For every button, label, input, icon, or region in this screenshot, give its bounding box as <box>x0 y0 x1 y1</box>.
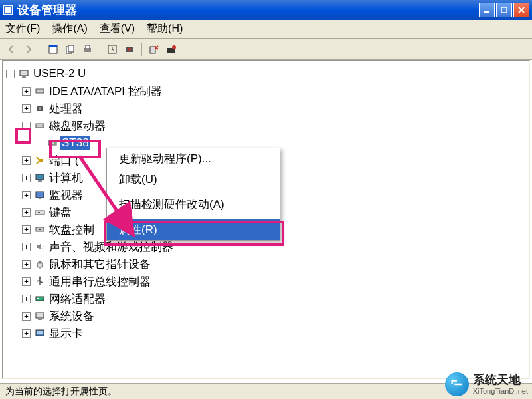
computer-icon <box>35 172 45 183</box>
expand-icon[interactable]: + <box>22 312 31 321</box>
context-menu-properties[interactable]: 属性(R) <box>107 219 280 240</box>
svg-rect-44 <box>37 331 43 334</box>
svg-rect-16 <box>20 70 28 76</box>
tree-item-label: 鼠标和其它指针设备 <box>48 257 152 272</box>
collapse-icon[interactable]: − <box>6 70 15 78</box>
tree-item-cpu[interactable]: + 处理器 <box>6 100 526 117</box>
mouse-icon <box>35 259 45 269</box>
tree-item-label: 计算机 <box>48 170 84 186</box>
watermark-main: 系统天地 <box>473 374 528 387</box>
expand-icon[interactable]: + <box>22 260 31 269</box>
options-button[interactable] <box>63 42 78 57</box>
svg-rect-7 <box>68 45 74 52</box>
svg-rect-27 <box>38 180 42 182</box>
svg-rect-40 <box>37 298 39 299</box>
maximize-button[interactable] <box>496 3 512 17</box>
svg-rect-26 <box>36 174 44 180</box>
svg-rect-9 <box>86 45 90 49</box>
tree-root[interactable]: − USER-2 U <box>6 65 526 82</box>
tree-item-label: 网络适配器 <box>48 291 107 307</box>
expand-icon[interactable]: + <box>22 243 31 251</box>
window-titlebar: 设备管理器 <box>0 0 532 20</box>
svg-rect-3 <box>501 7 507 13</box>
tree-item-ide[interactable]: + IDE ATA/ATAPI 控制器 <box>6 82 526 100</box>
print-button[interactable] <box>80 42 95 57</box>
menu-bar: 文件(F) 操作(A) 查看(V) 帮助(H) <box>0 20 532 39</box>
expand-icon[interactable]: + <box>22 329 31 338</box>
svg-rect-25 <box>40 159 43 162</box>
svg-rect-33 <box>39 212 40 213</box>
tree-item-mouse[interactable]: + 鼠标和其它指针设备 <box>6 255 526 273</box>
menu-file[interactable]: 文件(F) <box>5 22 40 36</box>
svg-rect-17 <box>22 76 26 78</box>
menu-view[interactable]: 查看(V) <box>100 22 135 36</box>
expand-icon[interactable]: + <box>22 156 31 165</box>
tree-item-label: 处理器 <box>48 101 84 116</box>
disk-icon <box>47 138 58 148</box>
context-menu-scan-hardware[interactable]: 扫描检测硬件改动(A) <box>107 194 280 215</box>
scan-button[interactable] <box>122 42 137 57</box>
expand-icon[interactable]: + <box>22 87 31 96</box>
svg-point-15 <box>172 45 176 49</box>
back-button <box>4 42 19 57</box>
svg-rect-42 <box>38 319 42 320</box>
watermark-sub: XiTongTianDi.net <box>473 387 528 395</box>
expand-icon[interactable]: + <box>22 295 31 303</box>
properties-button[interactable] <box>46 42 60 57</box>
minimize-button[interactable] <box>479 3 495 17</box>
svg-rect-32 <box>38 212 39 213</box>
tree-item-label: 键盘 <box>48 205 73 220</box>
context-menu-separator <box>108 192 278 192</box>
tree-item-display[interactable]: + 显示卡 <box>6 325 526 342</box>
tree-item-label: 端口 ( <box>48 153 80 168</box>
svg-rect-13 <box>150 47 155 53</box>
watermark-logo-icon <box>445 372 469 396</box>
port-icon <box>35 155 45 166</box>
expand-icon[interactable]: + <box>22 277 31 286</box>
cpu-icon <box>35 103 45 114</box>
tree-item-label: IDE ATA/ATAPI 控制器 <box>48 84 163 99</box>
close-button[interactable] <box>513 3 529 17</box>
tree-item-label: 显示卡 <box>48 326 84 341</box>
menu-action[interactable]: 操作(A) <box>52 22 87 36</box>
keyboard-icon <box>35 207 45 217</box>
tree-item-label-selected: ST38 <box>60 136 90 150</box>
usb-icon <box>35 276 45 287</box>
expand-icon[interactable]: + <box>22 208 31 217</box>
context-menu-update-driver[interactable]: 更新驱动程序(P)... <box>107 148 280 169</box>
expand-icon[interactable]: + <box>22 104 31 113</box>
toolbar <box>0 39 532 60</box>
refresh-button[interactable] <box>105 42 120 57</box>
context-menu-uninstall[interactable]: 卸载(U) <box>107 169 280 190</box>
collapse-icon[interactable]: − <box>22 122 31 130</box>
svg-point-24 <box>54 142 56 144</box>
tree-root-label: USER-2 U <box>32 67 87 80</box>
update-button[interactable] <box>164 42 179 57</box>
context-menu-separator <box>108 217 278 217</box>
tree-item-label: 通用串行总线控制器 <box>48 274 152 289</box>
menu-help[interactable]: 帮助(H) <box>147 22 183 36</box>
app-icon <box>3 5 13 15</box>
tree-item-label: 软盘控制 <box>48 222 96 237</box>
window-title: 设备管理器 <box>17 2 478 18</box>
svg-point-38 <box>39 277 41 279</box>
uninstall-button[interactable] <box>147 42 161 57</box>
floppy-icon <box>35 224 45 235</box>
svg-rect-35 <box>39 229 41 230</box>
svg-rect-20 <box>39 107 41 110</box>
display-icon <box>35 328 45 338</box>
toolbar-separator <box>100 43 100 56</box>
tree-item-usb[interactable]: + 通用串行总线控制器 <box>6 273 526 290</box>
expand-icon[interactable]: + <box>22 174 31 182</box>
tree-item-disk-drives[interactable]: − 磁盘驱动器 <box>6 117 526 134</box>
svg-rect-18 <box>36 89 44 93</box>
expand-icon[interactable]: + <box>22 225 31 234</box>
tree-item-label: 系统设备 <box>48 309 96 324</box>
svg-rect-39 <box>36 297 44 301</box>
tree-item-network[interactable]: + 网络适配器 <box>6 290 526 307</box>
toolbar-separator <box>141 43 142 56</box>
expand-icon[interactable]: + <box>22 191 31 200</box>
tree-item-system[interactable]: + 系统设备 <box>6 307 526 325</box>
svg-rect-31 <box>37 212 37 213</box>
tree-item-label: 磁盘驱动器 <box>48 118 107 134</box>
